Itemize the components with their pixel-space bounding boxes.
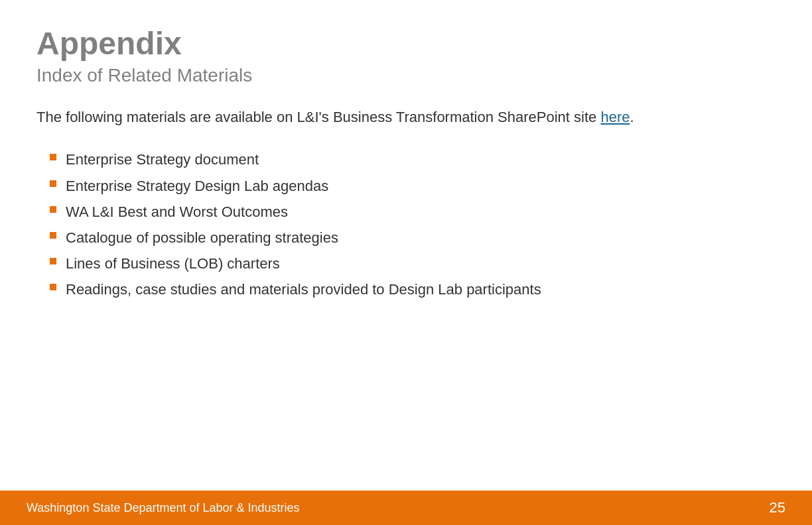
intro-paragraph: The following materials are available on… bbox=[36, 106, 776, 128]
footer-organization: Washington State Department of Labor & I… bbox=[27, 501, 300, 515]
materials-list: Enterprise Strategy document Enterprise … bbox=[50, 148, 776, 301]
list-item-text: Lines of Business (LOB) charters bbox=[66, 252, 280, 275]
content-area: Appendix Index of Related Materials The … bbox=[0, 0, 812, 491]
list-item-text: Readings, case studies and materials pro… bbox=[66, 278, 541, 301]
title-section: Appendix Index of Related Materials bbox=[36, 27, 776, 86]
page-subtitle: Index of Related Materials bbox=[36, 64, 776, 87]
list-item: Catalogue of possible operating strategi… bbox=[50, 226, 776, 249]
sharepoint-link[interactable]: here bbox=[600, 109, 630, 125]
list-item-text: Enterprise Strategy document bbox=[66, 148, 259, 171]
bullet-icon bbox=[50, 154, 56, 160]
intro-text-after-link: . bbox=[630, 109, 634, 125]
footer-bar: Washington State Department of Labor & I… bbox=[0, 491, 812, 525]
list-item: Lines of Business (LOB) charters bbox=[50, 252, 776, 275]
list-item-text: Catalogue of possible operating strategi… bbox=[66, 226, 338, 249]
bullet-icon bbox=[50, 258, 56, 264]
list-item: Enterprise Strategy document bbox=[50, 148, 776, 171]
bullet-icon bbox=[50, 284, 56, 290]
slide-container: Appendix Index of Related Materials The … bbox=[0, 0, 812, 525]
list-item-text: WA L&I Best and Worst Outcomes bbox=[66, 200, 288, 223]
list-item-text: Enterprise Strategy Design Lab agendas bbox=[66, 174, 328, 198]
page-title: Appendix bbox=[36, 27, 776, 62]
list-item: Enterprise Strategy Design Lab agendas bbox=[50, 174, 776, 198]
footer-page-number: 25 bbox=[770, 499, 785, 516]
intro-text-before-link: The following materials are available on… bbox=[36, 109, 600, 125]
bullet-icon bbox=[50, 232, 56, 239]
bullet-icon bbox=[50, 206, 56, 213]
list-item: WA L&I Best and Worst Outcomes bbox=[50, 200, 776, 223]
list-item: Readings, case studies and materials pro… bbox=[50, 278, 776, 301]
bullet-icon bbox=[50, 180, 56, 187]
